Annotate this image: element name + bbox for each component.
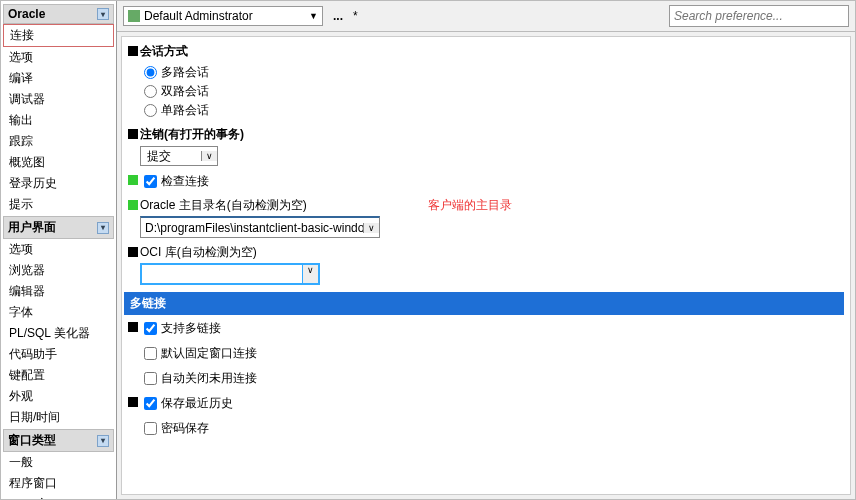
sidebar-item[interactable]: 键配置	[3, 365, 114, 386]
sidebar-item[interactable]: SQL 窗口	[3, 494, 114, 499]
multi-check-row[interactable]: 密码保存	[140, 419, 840, 438]
sidebar-item[interactable]: 提示	[3, 194, 114, 215]
multi-label: 支持多链接	[161, 320, 221, 337]
oci-value	[142, 265, 302, 283]
group-marker-icon	[128, 247, 138, 257]
sidebar-item[interactable]: 输出	[3, 110, 114, 131]
session-radio-row[interactable]: 双路会话	[140, 82, 840, 101]
profile-selector[interactable]: Default Adminstrator ▼	[123, 6, 323, 26]
group-marker-icon	[128, 46, 138, 56]
multi-checkbox[interactable]	[144, 372, 157, 385]
chevron-down-icon[interactable]: ∨	[302, 265, 318, 283]
session-title: 会话方式	[140, 43, 840, 60]
cube-icon	[128, 10, 140, 22]
multi-check-row[interactable]: 自动关闭未用连接	[140, 369, 840, 388]
multi-checkbox[interactable]	[144, 322, 157, 335]
oracle-home-value: D:\programFiles\instantclient-basic-wind…	[141, 221, 363, 235]
check-conn-row[interactable]: 检查连接	[140, 172, 840, 191]
session-radio-label: 单路会话	[161, 102, 209, 119]
multi-item-group: 支持多链接	[128, 319, 840, 338]
profile-more-button[interactable]: ...	[329, 9, 347, 23]
collapse-icon: ▾	[97, 435, 109, 447]
group-marker-icon	[128, 175, 138, 185]
oci-title: OCI 库(自动检测为空)	[140, 244, 840, 261]
sidebar-item[interactable]: 浏览器	[3, 260, 114, 281]
multilink-header: 多链接	[124, 292, 844, 315]
multi-checkbox[interactable]	[144, 422, 157, 435]
sidebar-item[interactable]: 一般	[3, 452, 114, 473]
multi-checkbox[interactable]	[144, 397, 157, 410]
session-radio-row[interactable]: 单路会话	[140, 101, 840, 120]
profile-label: Default Adminstrator	[144, 9, 253, 23]
multi-label: 保存最近历史	[161, 395, 233, 412]
settings-content: 会话方式 多路会话双路会话单路会话 注销(有打开的事务) 提交 ∨ 检查连接 O…	[121, 36, 851, 495]
session-radio-label: 双路会话	[161, 83, 209, 100]
sidebar-item[interactable]: 登录历史	[3, 173, 114, 194]
multi-item-group: 默认固定窗口连接	[128, 344, 840, 363]
sidebar-category[interactable]: 窗口类型▾	[3, 429, 114, 452]
check-conn-group: 检查连接	[128, 172, 840, 191]
session-radio[interactable]	[144, 85, 157, 98]
session-radio-label: 多路会话	[161, 64, 209, 81]
sidebar-item[interactable]: 代码助手	[3, 344, 114, 365]
sidebar-item[interactable]: 选项	[3, 239, 114, 260]
collapse-icon: ▾	[97, 222, 109, 234]
chevron-down-icon[interactable]: ∨	[201, 151, 217, 161]
check-conn-label: 检查连接	[161, 173, 209, 190]
session-radio[interactable]	[144, 104, 157, 117]
session-mode-group: 会话方式 多路会话双路会话单路会话	[128, 43, 840, 120]
logoff-title: 注销(有打开的事务)	[140, 126, 840, 143]
sidebar-item[interactable]: 概览图	[3, 152, 114, 173]
multi-check-row[interactable]: 默认固定窗口连接	[140, 344, 840, 363]
sidebar-item[interactable]: 选项	[3, 47, 114, 68]
multi-label: 密码保存	[161, 420, 209, 437]
multi-checkbox[interactable]	[144, 347, 157, 360]
group-marker-icon	[128, 200, 138, 210]
sidebar-category[interactable]: Oracle▾	[3, 4, 114, 24]
sidebar: Oracle▾连接选项编译调试器输出跟踪概览图登录历史提示用户界面▾选项浏览器编…	[1, 1, 117, 499]
sidebar-item[interactable]: 调试器	[3, 89, 114, 110]
search-input[interactable]	[669, 5, 849, 27]
group-marker-icon	[128, 129, 138, 139]
sidebar-item[interactable]: 字体	[3, 302, 114, 323]
oracle-home-combo[interactable]: D:\programFiles\instantclient-basic-wind…	[140, 216, 380, 238]
modified-indicator: *	[353, 9, 358, 23]
oci-group: OCI 库(自动检测为空) ∨	[128, 244, 840, 286]
sidebar-item[interactable]: 外观	[3, 386, 114, 407]
sidebar-item[interactable]: 程序窗口	[3, 473, 114, 494]
multi-item-group: 保存最近历史	[128, 394, 840, 413]
oracle-home-group: Oracle 主目录名(自动检测为空) D:\programFiles\inst…	[128, 197, 840, 238]
sidebar-item[interactable]: 编译	[3, 68, 114, 89]
topbar: Default Adminstrator ▼ ... *	[117, 1, 855, 32]
multi-item-group: 自动关闭未用连接	[128, 369, 840, 388]
sidebar-item[interactable]: 编辑器	[3, 281, 114, 302]
search-box	[669, 5, 849, 27]
collapse-icon: ▾	[97, 8, 109, 20]
multi-label: 自动关闭未用连接	[161, 370, 257, 387]
annotation-text: 客户端的主目录	[428, 197, 512, 214]
logoff-value: 提交	[141, 148, 201, 165]
main-panel: Default Adminstrator ▼ ... * 会话方式 多路会话双路…	[117, 1, 855, 499]
multi-check-row[interactable]: 保存最近历史	[140, 394, 840, 413]
multi-check-row[interactable]: 支持多链接	[140, 319, 840, 338]
logoff-group: 注销(有打开的事务) 提交 ∨	[128, 126, 840, 166]
sidebar-category[interactable]: 用户界面▾	[3, 216, 114, 239]
check-conn-checkbox[interactable]	[144, 175, 157, 188]
session-radio[interactable]	[144, 66, 157, 79]
multi-label: 默认固定窗口连接	[161, 345, 257, 362]
logoff-combo[interactable]: 提交 ∨	[140, 146, 218, 166]
group-marker-icon	[128, 397, 138, 407]
sidebar-item[interactable]: 日期/时间	[3, 407, 114, 428]
sidebar-item[interactable]: 跟踪	[3, 131, 114, 152]
session-radio-row[interactable]: 多路会话	[140, 63, 840, 82]
chevron-down-icon: ▼	[309, 11, 318, 21]
group-marker-icon	[128, 322, 138, 332]
sidebar-item[interactable]: PL/SQL 美化器	[3, 323, 114, 344]
oci-combo[interactable]: ∨	[140, 263, 320, 285]
sidebar-item[interactable]: 连接	[3, 24, 114, 47]
multi-item-group: 密码保存	[128, 419, 840, 438]
chevron-down-icon[interactable]: ∨	[363, 223, 379, 233]
